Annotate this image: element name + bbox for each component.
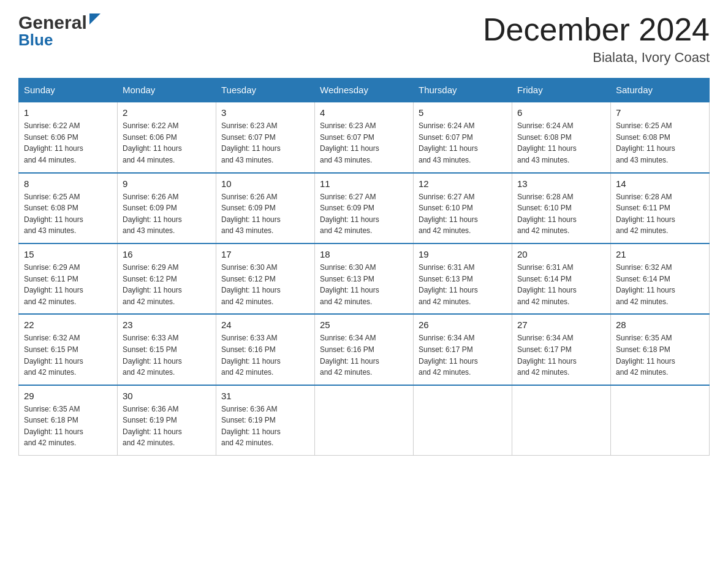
day-info: Sunrise: 6:34 AMSunset: 6:17 PMDaylight:… (419, 332, 507, 378)
day-info: Sunrise: 6:30 AMSunset: 6:13 PMDaylight:… (320, 262, 408, 307)
col-header-monday: Monday (118, 79, 216, 102)
calendar-cell: 10Sunrise: 6:26 AMSunset: 6:09 PMDayligh… (216, 173, 315, 243)
day-info: Sunrise: 6:33 AMSunset: 6:16 PMDaylight:… (221, 332, 309, 378)
calendar-cell: 12Sunrise: 6:27 AMSunset: 6:10 PMDayligh… (414, 173, 512, 243)
calendar-cell: 4Sunrise: 6:23 AMSunset: 6:07 PMDaylight… (315, 102, 414, 172)
col-header-sunday: Sunday (19, 79, 118, 102)
calendar-cell: 3Sunrise: 6:23 AMSunset: 6:07 PMDaylight… (216, 102, 315, 172)
calendar-cell: 20Sunrise: 6:31 AMSunset: 6:14 PMDayligh… (512, 243, 611, 314)
day-info: Sunrise: 6:28 AMSunset: 6:11 PMDaylight:… (616, 191, 704, 237)
calendar-cell: 27Sunrise: 6:34 AMSunset: 6:17 PMDayligh… (512, 314, 611, 385)
calendar-cell: 17Sunrise: 6:30 AMSunset: 6:12 PMDayligh… (216, 243, 315, 314)
day-number: 14 (616, 178, 704, 189)
day-info: Sunrise: 6:27 AMSunset: 6:09 PMDaylight:… (320, 191, 408, 237)
day-info: Sunrise: 6:25 AMSunset: 6:08 PMDaylight:… (616, 120, 704, 166)
day-number: 7 (616, 107, 704, 118)
col-header-saturday: Saturday (611, 79, 710, 102)
day-number: 24 (221, 320, 309, 330)
day-number: 15 (24, 249, 112, 259)
calendar-cell: 5Sunrise: 6:24 AMSunset: 6:07 PMDaylight… (414, 102, 512, 172)
day-info: Sunrise: 6:31 AMSunset: 6:14 PMDaylight:… (517, 262, 605, 307)
calendar-cell: 19Sunrise: 6:31 AMSunset: 6:13 PMDayligh… (414, 243, 512, 314)
day-number: 8 (24, 178, 112, 189)
calendar-cell: 14Sunrise: 6:28 AMSunset: 6:11 PMDayligh… (611, 173, 710, 243)
month-title: December 2024 (483, 12, 710, 47)
day-number: 11 (320, 178, 408, 189)
day-number: 26 (419, 320, 507, 330)
calendar-cell: 21Sunrise: 6:32 AMSunset: 6:14 PMDayligh… (611, 243, 710, 314)
calendar-cell: 6Sunrise: 6:24 AMSunset: 6:08 PMDaylight… (512, 102, 611, 172)
day-number: 2 (123, 107, 211, 118)
day-number: 9 (123, 178, 211, 189)
day-info: Sunrise: 6:36 AMSunset: 6:19 PMDaylight:… (123, 404, 211, 449)
calendar-cell: 22Sunrise: 6:32 AMSunset: 6:15 PMDayligh… (19, 314, 118, 385)
calendar-cell: 9Sunrise: 6:26 AMSunset: 6:09 PMDaylight… (118, 173, 216, 243)
title-block: December 2024 Bialata, Ivory Coast (483, 12, 710, 66)
day-info: Sunrise: 6:24 AMSunset: 6:07 PMDaylight:… (419, 120, 507, 166)
day-info: Sunrise: 6:29 AMSunset: 6:12 PMDaylight:… (123, 262, 211, 307)
calendar-cell: 7Sunrise: 6:25 AMSunset: 6:08 PMDaylight… (611, 102, 710, 172)
day-number: 30 (123, 391, 211, 401)
day-number: 22 (24, 320, 112, 330)
day-info: Sunrise: 6:26 AMSunset: 6:09 PMDaylight:… (123, 191, 211, 237)
logo-arrow-icon (89, 13, 100, 27)
calendar-table: SundayMondayTuesdayWednesdayThursdayFrid… (18, 78, 710, 456)
calendar-cell: 11Sunrise: 6:27 AMSunset: 6:09 PMDayligh… (315, 173, 414, 243)
calendar-cell: 29Sunrise: 6:35 AMSunset: 6:18 PMDayligh… (19, 385, 118, 456)
day-number: 6 (517, 107, 605, 118)
day-info: Sunrise: 6:32 AMSunset: 6:15 PMDaylight:… (24, 332, 112, 378)
day-info: Sunrise: 6:30 AMSunset: 6:12 PMDaylight:… (221, 262, 309, 307)
day-number: 29 (24, 391, 112, 401)
calendar-cell (315, 385, 414, 456)
calendar-cell: 13Sunrise: 6:28 AMSunset: 6:10 PMDayligh… (512, 173, 611, 243)
day-info: Sunrise: 6:33 AMSunset: 6:15 PMDaylight:… (123, 332, 211, 378)
calendar-cell: 23Sunrise: 6:33 AMSunset: 6:15 PMDayligh… (118, 314, 216, 385)
day-number: 1 (24, 107, 112, 118)
calendar-cell (611, 385, 710, 456)
day-number: 12 (419, 178, 507, 189)
svg-marker-0 (89, 13, 100, 25)
day-info: Sunrise: 6:36 AMSunset: 6:19 PMDaylight:… (221, 404, 309, 449)
day-number: 5 (419, 107, 507, 118)
col-header-friday: Friday (512, 79, 611, 102)
calendar-cell: 2Sunrise: 6:22 AMSunset: 6:06 PMDaylight… (118, 102, 216, 172)
day-info: Sunrise: 6:22 AMSunset: 6:06 PMDaylight:… (123, 120, 211, 166)
day-number: 3 (221, 107, 309, 118)
calendar-cell (512, 385, 611, 456)
calendar-cell: 15Sunrise: 6:29 AMSunset: 6:11 PMDayligh… (19, 243, 118, 314)
day-number: 13 (517, 178, 605, 189)
day-info: Sunrise: 6:22 AMSunset: 6:06 PMDaylight:… (24, 120, 112, 166)
day-info: Sunrise: 6:31 AMSunset: 6:13 PMDaylight:… (419, 262, 507, 307)
calendar-cell: 8Sunrise: 6:25 AMSunset: 6:08 PMDaylight… (19, 173, 118, 243)
day-number: 4 (320, 107, 408, 118)
day-info: Sunrise: 6:32 AMSunset: 6:14 PMDaylight:… (616, 262, 704, 307)
calendar-week-row: 8Sunrise: 6:25 AMSunset: 6:08 PMDaylight… (19, 173, 710, 243)
day-number: 31 (221, 391, 309, 401)
day-number: 10 (221, 178, 309, 189)
calendar-week-row: 1Sunrise: 6:22 AMSunset: 6:06 PMDaylight… (19, 102, 710, 172)
calendar-cell: 31Sunrise: 6:36 AMSunset: 6:19 PMDayligh… (216, 385, 315, 456)
day-number: 21 (616, 249, 704, 259)
calendar-cell (414, 385, 512, 456)
calendar-cell: 25Sunrise: 6:34 AMSunset: 6:16 PMDayligh… (315, 314, 414, 385)
day-info: Sunrise: 6:27 AMSunset: 6:10 PMDaylight:… (419, 191, 507, 237)
day-info: Sunrise: 6:23 AMSunset: 6:07 PMDaylight:… (320, 120, 408, 166)
calendar-cell: 1Sunrise: 6:22 AMSunset: 6:06 PMDaylight… (19, 102, 118, 172)
calendar-cell: 18Sunrise: 6:30 AMSunset: 6:13 PMDayligh… (315, 243, 414, 314)
day-number: 16 (123, 249, 211, 259)
calendar-week-row: 15Sunrise: 6:29 AMSunset: 6:11 PMDayligh… (19, 243, 710, 314)
calendar-cell: 26Sunrise: 6:34 AMSunset: 6:17 PMDayligh… (414, 314, 512, 385)
calendar-cell: 24Sunrise: 6:33 AMSunset: 6:16 PMDayligh… (216, 314, 315, 385)
day-number: 17 (221, 249, 309, 259)
day-info: Sunrise: 6:34 AMSunset: 6:16 PMDaylight:… (320, 332, 408, 378)
col-header-thursday: Thursday (414, 79, 512, 102)
day-info: Sunrise: 6:29 AMSunset: 6:11 PMDaylight:… (24, 262, 112, 307)
day-number: 18 (320, 249, 408, 259)
day-info: Sunrise: 6:34 AMSunset: 6:17 PMDaylight:… (517, 332, 605, 378)
day-info: Sunrise: 6:28 AMSunset: 6:10 PMDaylight:… (517, 191, 605, 237)
page-header: General Blue December 2024 Bialata, Ivor… (18, 12, 710, 66)
day-info: Sunrise: 6:24 AMSunset: 6:08 PMDaylight:… (517, 120, 605, 166)
day-number: 19 (419, 249, 507, 259)
day-info: Sunrise: 6:35 AMSunset: 6:18 PMDaylight:… (24, 404, 112, 449)
day-info: Sunrise: 6:23 AMSunset: 6:07 PMDaylight:… (221, 120, 309, 166)
